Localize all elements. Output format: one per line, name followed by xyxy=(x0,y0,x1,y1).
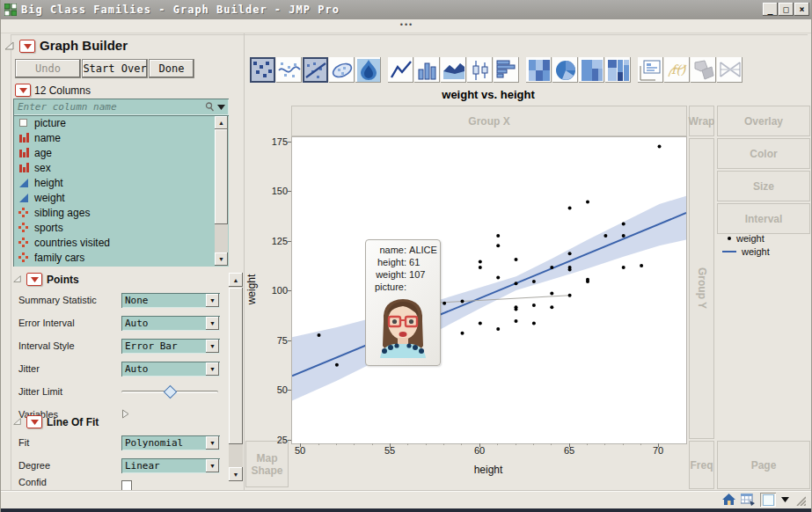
data-point[interactable] xyxy=(550,305,553,309)
column-item-sports[interactable]: sports xyxy=(13,220,229,235)
ellipse-element-icon[interactable] xyxy=(329,57,355,83)
summary-statistic-select[interactable]: None▼ xyxy=(121,293,220,308)
fit-select[interactable]: Polynomial▼ xyxy=(121,435,220,450)
column-item-countries-visited[interactable]: countries visited xyxy=(13,235,229,250)
column-search-box[interactable]: Enter column name xyxy=(13,99,229,115)
data-point[interactable] xyxy=(622,234,625,238)
data-point[interactable] xyxy=(515,282,518,285)
data-point[interactable] xyxy=(443,302,446,305)
variables-disclosure-icon[interactable] xyxy=(121,406,129,422)
combo-dropdown-icon[interactable]: ▼ xyxy=(206,340,219,353)
drop-zone-map-shape[interactable]: Map Shape xyxy=(245,441,289,487)
column-item-age[interactable]: age xyxy=(13,145,229,160)
data-table-icon[interactable] xyxy=(741,494,755,506)
parallel-plot-element-icon[interactable] xyxy=(717,57,743,83)
data-point[interactable] xyxy=(550,292,553,296)
data-point[interactable] xyxy=(568,206,572,209)
data-point[interactable] xyxy=(658,144,662,148)
pie-element-icon[interactable] xyxy=(552,57,578,83)
undo-button[interactable]: Undo xyxy=(16,60,80,77)
formula-element-icon[interactable]: f() xyxy=(664,57,690,83)
column-item-sex[interactable]: sex xyxy=(13,160,229,175)
data-point[interactable] xyxy=(568,267,572,271)
color-well[interactable] xyxy=(760,493,776,507)
treemap-element-icon[interactable] xyxy=(579,57,604,83)
data-point[interactable] xyxy=(479,260,482,263)
panel-scroll-down-icon[interactable]: ▼ xyxy=(229,467,243,481)
drop-zone-interval[interactable]: Interval xyxy=(717,203,810,234)
bar-element-icon[interactable] xyxy=(414,57,440,83)
error-interval-select[interactable]: Auto▼ xyxy=(121,316,220,331)
slider-thumb[interactable] xyxy=(164,385,178,399)
data-point[interactable] xyxy=(496,275,500,279)
scroll-up-icon[interactable]: ▲ xyxy=(215,116,228,129)
data-point[interactable] xyxy=(479,321,482,325)
line-of-fit-menu-button[interactable] xyxy=(26,415,42,428)
column-item-picture[interactable]: picture xyxy=(13,115,229,130)
drop-zone-color[interactable]: Color xyxy=(717,138,810,169)
combo-dropdown-icon[interactable]: ▼ xyxy=(206,362,219,376)
data-point[interactable] xyxy=(622,223,625,226)
interval-style-select[interactable]: Error Bar▼ xyxy=(121,339,220,354)
caption-box-element-icon[interactable] xyxy=(638,57,663,83)
column-item-sibling-ages[interactable]: sibling ages xyxy=(13,205,229,220)
drop-zone-overlay[interactable]: Overlay xyxy=(717,106,810,136)
column-item-family-cars[interactable]: family cars xyxy=(13,250,229,265)
data-point[interactable] xyxy=(568,252,572,255)
data-point[interactable] xyxy=(604,234,607,238)
data-point[interactable] xyxy=(532,304,536,307)
drop-zone-group-x[interactable]: Group X xyxy=(291,106,687,136)
data-point[interactable] xyxy=(515,258,518,261)
drop-zone-size[interactable]: Size xyxy=(717,171,810,201)
scroll-down-icon[interactable]: ▼ xyxy=(215,252,228,266)
column-scroll-thumb[interactable] xyxy=(215,129,228,224)
columns-menu-button[interactable] xyxy=(15,84,31,97)
graph-builder-menu-button[interactable] xyxy=(19,40,35,53)
data-point[interactable] xyxy=(515,308,518,311)
minimize-button[interactable]: _ xyxy=(763,3,778,16)
plot-area[interactable] xyxy=(291,136,687,444)
drop-zone-freq[interactable]: Freq xyxy=(689,441,714,489)
panel-scroll-thumb[interactable] xyxy=(229,288,243,444)
points-disclosure-icon[interactable] xyxy=(12,274,22,284)
mosaic-element-icon[interactable] xyxy=(605,57,631,83)
done-button[interactable]: Done xyxy=(150,60,194,77)
combo-dropdown-icon[interactable]: ▼ xyxy=(206,459,219,472)
data-point[interactable] xyxy=(496,327,500,331)
drop-zone-group-y[interactable]: Group Y xyxy=(689,138,714,439)
data-point[interactable] xyxy=(461,300,465,304)
data-point[interactable] xyxy=(532,321,536,325)
start-over-button[interactable]: Start Over xyxy=(83,60,147,77)
data-point[interactable] xyxy=(640,264,643,267)
histogram-element-icon[interactable] xyxy=(494,57,519,83)
combo-dropdown-icon[interactable]: ▼ xyxy=(206,436,219,450)
data-point[interactable] xyxy=(586,201,589,204)
data-point[interactable] xyxy=(496,234,500,238)
drop-zone-page[interactable]: Page xyxy=(717,441,810,489)
data-point[interactable] xyxy=(496,244,500,247)
data-point[interactable] xyxy=(479,266,482,269)
combo-dropdown-icon[interactable]: ▼ xyxy=(206,317,219,330)
line-of-fit-element-icon[interactable] xyxy=(303,57,328,83)
box-plot-element-icon[interactable] xyxy=(467,57,493,83)
data-point[interactable] xyxy=(318,333,321,337)
window-titlebar[interactable]: Big Class Families - Graph Builder - JMP… xyxy=(1,0,812,19)
dropdown-arrow-icon[interactable] xyxy=(781,497,789,502)
contour-element-icon[interactable] xyxy=(355,57,381,83)
data-point[interactable] xyxy=(461,332,465,335)
points-element-icon[interactable] xyxy=(250,57,275,83)
combo-dropdown-icon[interactable]: ▼ xyxy=(206,294,219,307)
resize-grip[interactable] xyxy=(794,494,806,506)
data-point[interactable] xyxy=(586,280,589,283)
jitter-select[interactable]: Auto▼ xyxy=(121,362,220,377)
line-element-icon[interactable] xyxy=(388,57,413,83)
data-point[interactable] xyxy=(515,319,518,323)
data-point[interactable] xyxy=(622,266,625,269)
column-item-name[interactable]: name xyxy=(13,130,229,145)
map-shape-element-icon[interactable] xyxy=(691,57,716,83)
data-point[interactable] xyxy=(568,294,572,297)
column-list[interactable]: picturenameagesexheightweightsibling age… xyxy=(13,115,229,267)
column-item-weight[interactable]: weight xyxy=(13,190,229,205)
confidence-checkbox[interactable] xyxy=(121,480,132,490)
data-point[interactable] xyxy=(550,266,553,269)
